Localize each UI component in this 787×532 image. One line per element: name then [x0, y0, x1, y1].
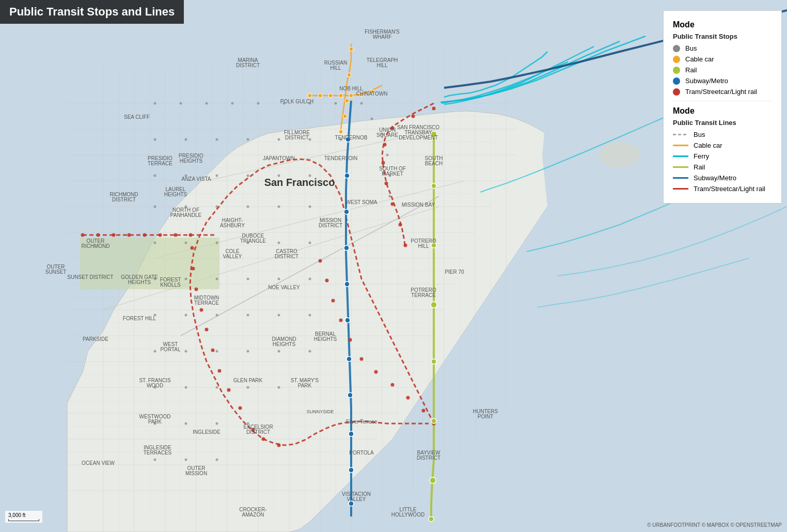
lines-legend-items: Bus Cable car Ferry Rail Subway/Metro Tr…	[673, 131, 772, 193]
svg-point-141	[206, 102, 208, 105]
svg-point-128	[347, 73, 351, 77]
svg-text:GLEN PARK: GLEN PARK	[233, 378, 263, 383]
lines-legend-label: Ferry	[694, 152, 709, 160]
svg-text:RICHMOND: RICHMOND	[82, 243, 110, 249]
svg-point-140	[180, 102, 182, 105]
svg-text:SEA CLIFF: SEA CLIFF	[124, 114, 150, 120]
svg-text:HILL: HILL	[376, 62, 388, 68]
svg-text:DISTRICT: DISTRICT	[275, 254, 298, 259]
stops-legend-dot	[673, 56, 680, 63]
svg-point-166	[154, 242, 156, 244]
svg-text:VALLEY: VALLEY	[347, 496, 366, 502]
svg-point-92	[128, 233, 131, 237]
svg-point-157	[247, 175, 249, 177]
svg-point-203	[371, 118, 373, 120]
svg-point-93	[112, 233, 116, 237]
svg-point-100	[227, 388, 231, 392]
stops-subtitle: Public Transit Stops	[673, 33, 772, 40]
svg-text:PORTOLA: PORTOLA	[349, 450, 374, 456]
svg-point-184	[154, 350, 156, 353]
lines-legend-label: Cable car	[694, 142, 722, 149]
svg-text:HILL: HILL	[330, 65, 341, 71]
svg-point-180	[216, 314, 218, 317]
svg-text:TENDERLOIN: TENDERLOIN	[324, 155, 357, 161]
svg-point-81	[374, 370, 378, 374]
svg-text:ANZA VISTA: ANZA VISTA	[181, 176, 211, 182]
svg-point-80	[391, 383, 395, 387]
svg-point-171	[309, 242, 311, 244]
svg-point-87	[319, 259, 322, 263]
svg-point-176	[278, 278, 280, 280]
svg-text:WOOD: WOOD	[147, 383, 163, 388]
svg-point-136	[328, 93, 333, 98]
stops-legend-item: Subway/Metro	[673, 77, 772, 85]
svg-point-130	[343, 114, 347, 118]
stops-legend-label: Subway/Metro	[685, 77, 728, 85]
svg-text:POLK GULCH: POLK GULCH	[280, 99, 313, 104]
svg-point-68	[432, 107, 436, 111]
svg-point-74	[391, 202, 395, 206]
svg-text:DEVELOPMENT: DEVELOPMENT	[399, 135, 438, 140]
svg-point-146	[335, 102, 337, 105]
stops-legend-dot	[673, 88, 680, 96]
svg-point-186	[216, 350, 218, 353]
svg-point-90	[159, 233, 162, 237]
svg-text:San Francisco: San Francisco	[264, 177, 335, 188]
lines-legend-item: Subway/Metro	[673, 174, 772, 182]
svg-point-99	[239, 406, 242, 410]
svg-text:PARK: PARK	[298, 383, 312, 388]
svg-point-173	[185, 278, 187, 280]
lines-legend-item: Rail	[673, 163, 772, 171]
svg-text:JAPANTOWN: JAPANTOWN	[263, 155, 295, 161]
svg-point-91	[143, 233, 147, 237]
lines-legend-item: Ferry	[673, 152, 772, 160]
svg-point-97	[262, 437, 265, 441]
svg-point-137	[318, 93, 322, 98]
svg-text:PORTAL: PORTAL	[160, 347, 181, 352]
svg-point-138	[308, 93, 312, 98]
svg-point-78	[422, 409, 426, 413]
svg-text:POINT: POINT	[478, 414, 494, 419]
svg-point-170	[278, 242, 280, 244]
svg-point-200	[185, 459, 187, 461]
svg-text:DISTRICT: DISTRICT	[417, 455, 440, 461]
svg-point-151	[278, 138, 280, 141]
svg-text:CHINATOWN: CHINATOWN	[356, 91, 388, 97]
svg-text:TERRACE: TERRACE	[194, 300, 219, 306]
svg-point-167	[185, 242, 187, 244]
svg-point-179	[185, 314, 187, 317]
svg-text:DISTRICT: DISTRICT	[112, 197, 136, 202]
svg-point-115	[348, 393, 353, 398]
svg-point-187	[247, 350, 249, 353]
svg-text:PANHANDLE: PANHANDLE	[170, 212, 202, 218]
svg-point-75	[399, 223, 402, 227]
svg-point-71	[383, 143, 387, 147]
svg-text:SUNSET DISTRICT: SUNSET DISTRICT	[67, 274, 113, 280]
svg-point-82	[360, 357, 364, 361]
svg-text:TRIANGLE: TRIANGLE	[240, 238, 266, 244]
lines-legend-item: Tram/Streetcar/Light rail	[673, 185, 772, 193]
lines-legend-label: Subway/Metro	[694, 174, 736, 182]
svg-point-113	[345, 318, 350, 323]
stops-legend-dot	[673, 67, 680, 74]
stops-legend-label: Bus	[685, 44, 697, 52]
svg-point-193	[247, 386, 249, 389]
svg-point-185	[185, 350, 187, 353]
svg-text:AMAZON: AMAZON	[242, 512, 264, 518]
svg-point-197	[216, 423, 218, 425]
svg-point-116	[349, 431, 354, 436]
svg-point-114	[347, 356, 352, 362]
svg-point-189	[309, 350, 311, 353]
scale-text: 3,000 ft	[8, 512, 25, 518]
svg-point-102	[211, 349, 215, 352]
svg-text:PARKSIDE: PARKSIDE	[83, 336, 108, 342]
stops-legend-label: Rail	[685, 66, 697, 74]
svg-text:MISSION BAY: MISSION BAY	[402, 202, 435, 208]
lines-legend-item: Bus	[673, 131, 772, 138]
svg-text:HEIGHTS: HEIGHTS	[180, 158, 203, 164]
svg-point-165	[309, 206, 311, 208]
lines-mode-title: Mode	[673, 106, 772, 116]
lines-legend-label: Bus	[694, 131, 705, 138]
svg-point-201	[216, 459, 218, 461]
svg-point-76	[404, 244, 407, 247]
